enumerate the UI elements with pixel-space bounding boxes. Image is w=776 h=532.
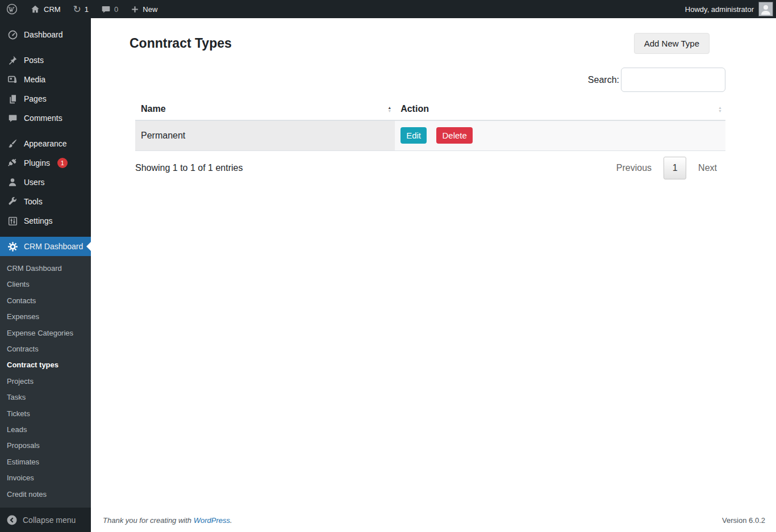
version-label: Version 6.0.2 [722,516,765,525]
sidebar-item-label: Plugins [24,158,50,167]
pages-icon [7,93,18,104]
admin-bar: CRM ↻ 1 0 New Howdy, administrator [0,0,776,18]
submenu-item-proposals[interactable]: Proposals [0,438,91,454]
sidebar-item-users[interactable]: Users [0,173,91,192]
delete-button[interactable]: Delete [436,127,472,144]
sort-icon: ▲ ▼ [718,106,722,113]
page-title: Conntract Types [130,33,232,52]
submenu-item-projects[interactable]: Projects [0,374,91,389]
collapse-menu-label: Collapse menu [23,516,76,525]
wrench-icon [7,196,18,207]
plugins-update-badge: 1 [57,158,68,168]
footer-period: . [230,516,232,525]
sidebar-item-comments[interactable]: Comments [0,108,91,128]
update-icon: ↻ [73,5,81,14]
settings-icon [7,215,18,227]
sidebar-item-label: Comments [24,114,62,123]
sidebar-item-appearance[interactable]: Appearance [0,134,91,153]
account-menu[interactable]: Howdy, administrator [685,2,776,16]
submenu-item-contacts[interactable]: Contacts [0,293,91,309]
type-action-cell: Edit Delete [395,120,725,150]
previous-page-button[interactable]: Previous [608,158,660,178]
howdy-label: Howdy, administrator [685,5,754,14]
dashboard-icon [7,29,18,40]
crm-submenu: CRM Dashboard Clients Contacts Expenses … [0,256,91,508]
wordpress-menu-button[interactable] [0,0,24,18]
submenu-item-expenses[interactable]: Expenses [0,309,91,325]
collapse-menu-button[interactable]: Collapse menu [0,508,91,532]
avatar [758,2,773,16]
sidebar-item-label: Media [24,75,45,84]
edit-button[interactable]: Edit [400,127,427,144]
contract-types-table: Name ▲ ▼ Action ▲ ▼ [135,99,725,151]
wordpress-link[interactable]: WordPress [194,516,230,525]
footer-thanks-text: Thank you for creating with [103,516,191,525]
site-name-button[interactable]: CRM [24,0,67,18]
submenu-item-crm-dashboard[interactable]: CRM Dashboard [0,261,91,277]
sidebar-item-tools[interactable]: Tools [0,192,91,211]
submenu-item-expense-categories[interactable]: Expense Categories [0,325,91,341]
brush-icon [7,138,18,149]
sidebar-item-label: Tools [24,197,43,206]
submenu-item-estimates[interactable]: Estimates [0,454,91,470]
new-content-button[interactable]: New [124,0,164,18]
table-row: Permanent Edit Delete [135,120,725,150]
sidebar-item-label: CRM Dashboard [24,242,83,251]
plus-icon [131,5,139,14]
menu-separator [0,128,91,134]
sidebar-item-plugins[interactable]: Plugins 1 [0,153,91,173]
comment-count: 0 [114,5,118,14]
home-icon [30,4,40,14]
gear-icon [7,241,18,252]
search-label: Search: [588,75,619,85]
admin-footer: Thank you for creating with WordPress. V… [91,516,776,532]
sidebar-item-label: Users [24,178,45,187]
user-icon [7,177,18,188]
menu-separator [0,44,91,51]
add-new-type-button[interactable]: Add New Type [634,33,710,54]
sidebar-item-crm-dashboard[interactable]: CRM Dashboard [0,237,91,256]
entries-info: Showing 1 to 1 of 1 entries [135,163,243,173]
wordpress-logo-icon [6,3,18,15]
new-label: New [143,5,157,14]
comments-bubble-icon [101,5,111,14]
sidebar-item-settings[interactable]: Settings [0,211,91,231]
submenu-item-contracts[interactable]: Contracts [0,341,91,357]
pagination: Previous 1 Next [608,157,725,179]
menu-separator [0,231,91,237]
submenu-item-clients[interactable]: Clients [0,277,91,292]
sidebar-item-label: Pages [24,94,47,103]
submenu-item-contract-types[interactable]: Contract types [0,357,91,373]
collapse-arrow-icon [6,514,18,526]
sidebar-item-label: Dashboard [24,30,63,39]
column-header-action[interactable]: Action ▲ ▼ [395,99,725,120]
submenu-item-tasks[interactable]: Tasks [0,389,91,405]
current-page-button[interactable]: 1 [664,157,686,179]
submenu-item-credit-notes[interactable]: Credit notes [0,487,91,502]
site-name-label: CRM [44,5,61,14]
updates-button[interactable]: ↻ 1 [67,0,95,18]
comments-button[interactable]: 0 [95,0,124,18]
pin-icon [7,55,18,66]
media-icon [7,74,18,85]
comment-icon [7,112,18,124]
column-header-name[interactable]: Name ▲ ▼ [135,99,395,120]
sidebar-item-label: Settings [24,216,53,225]
contract-types-table-card: Search: Name ▲ ▼ Action [135,68,725,179]
sort-icon: ▲ ▼ [387,106,391,113]
admin-sidebar: Dashboard Posts Media [0,18,91,532]
sidebar-item-posts[interactable]: Posts [0,51,91,70]
update-count: 1 [85,5,89,14]
sidebar-item-media[interactable]: Media [0,70,91,89]
next-page-button[interactable]: Next [690,158,725,178]
sidebar-item-label: Appearance [24,139,67,148]
sidebar-item-dashboard[interactable]: Dashboard [0,25,91,44]
sidebar-item-label: Posts [24,56,44,65]
sidebar-item-pages[interactable]: Pages [0,89,91,108]
submenu-item-invoices[interactable]: Invoices [0,470,91,486]
type-name-cell: Permanent [135,120,395,150]
submenu-item-tickets[interactable]: Tickets [0,406,91,422]
submenu-item-leads[interactable]: Leads [0,422,91,438]
search-input[interactable] [621,68,725,92]
plug-icon [7,157,18,169]
